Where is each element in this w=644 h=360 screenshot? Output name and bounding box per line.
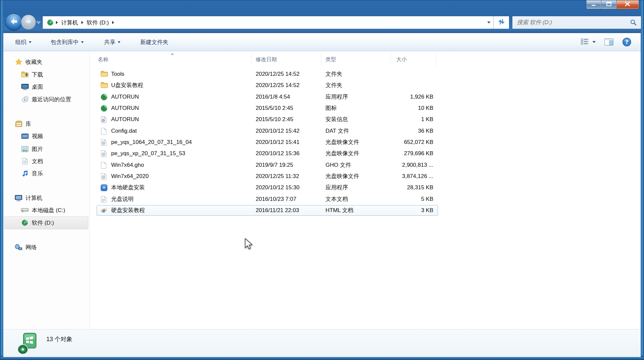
organize-label: 组织 — [15, 38, 26, 46]
file-row[interactable]: Config.dat2020/10/12 15:42DAT 文件36 KB — [89, 125, 641, 137]
file-type: GHO 文件 — [325, 159, 351, 171]
file-date: 2020/12/25 11:32 — [256, 171, 299, 182]
disk-c-icon — [21, 206, 29, 214]
file-type: 应用程序 — [325, 182, 348, 193]
close-button[interactable] — [616, 0, 639, 9]
sidebar-item-network[interactable]: 网络 — [4, 241, 88, 254]
file-row[interactable]: AUTORUN2015/5/10 2:45图标10 KB — [89, 103, 641, 114]
breadcrumb-separator-icon — [112, 21, 114, 24]
item-count-label: 13 个对象 — [46, 330, 72, 349]
file-row[interactable]: e硬盘安装教程2016/11/21 22:03HTML 文档3 KB — [89, 205, 641, 216]
minimize-button[interactable] — [586, 0, 601, 9]
computer-icon — [15, 194, 22, 202]
help-button[interactable]: ? — [622, 37, 631, 47]
column-divider[interactable] — [436, 54, 436, 66]
installer-disc-icon — [17, 332, 38, 356]
organize-button[interactable]: 组织 — [13, 36, 34, 48]
file-name: AUTORUN — [111, 91, 139, 103]
sidebar-item-music[interactable]: 音乐 — [4, 167, 88, 180]
sidebar-item-computer[interactable]: 计算机 — [4, 192, 88, 204]
file-size: 3 KB — [380, 205, 433, 216]
history-dropdown[interactable] — [36, 20, 41, 26]
include-in-library-button[interactable]: 包含到库中 — [48, 36, 86, 48]
column-header-size[interactable]: 大小 — [396, 56, 407, 63]
sidebar-item-videos[interactable]: 视频 — [4, 130, 88, 143]
navigation-pane: 收藏夹下载桌面最近访问的位置库视频图片文档音乐计算机本地磁盘 (C:)软件 (D… — [3, 51, 90, 329]
file-row[interactable]: 本地硬盘安装2020/10/12 15:30应用程序28,315 KB — [89, 182, 641, 193]
sidebar-item-desktop[interactable]: 桌面 — [4, 80, 88, 93]
address-bar[interactable]: 计算机 软件 (D:) — [42, 16, 509, 29]
chevron-down-icon — [487, 22, 491, 23]
file-date: 2020/12/25 14:52 — [256, 68, 299, 80]
forward-button[interactable] — [21, 15, 36, 30]
file-size: 1 KB — [380, 114, 433, 125]
file-size: 279,696 KB — [380, 148, 433, 159]
new-folder-button[interactable]: 新建文件夹 — [138, 36, 171, 48]
refresh-button[interactable] — [493, 16, 509, 29]
share-label: 共享 — [104, 38, 115, 46]
file-type: HTML 文档 — [325, 205, 353, 216]
refresh-icon — [497, 18, 505, 27]
file-date: 2016/11/21 22:03 — [256, 205, 299, 216]
file-type: 文件夹 — [325, 80, 342, 91]
change-view-button[interactable] — [580, 38, 596, 47]
sidebar-item-drive-d[interactable]: 软件 (D:) — [4, 216, 88, 229]
column-header-name[interactable]: 名称 — [98, 56, 108, 63]
search-input[interactable] — [512, 19, 630, 26]
column-header-type[interactable]: 类型 — [325, 56, 336, 63]
new-folder-label: 新建文件夹 — [140, 38, 168, 46]
sidebar-item-label: 本地磁盘 (C:) — [32, 206, 65, 214]
favorites-star-icon — [15, 58, 22, 66]
column-header-date[interactable]: 修改日期 — [256, 56, 277, 63]
file-type: 应用程序 — [325, 91, 348, 103]
libraries-icon — [15, 120, 22, 128]
file-row[interactable]: AUTORUN2015/5/10 2:45安装信息1 KB — [89, 114, 641, 125]
sidebar-item-favorites-star[interactable]: 收藏夹 — [4, 56, 88, 68]
file-row[interactable]: U盘安装教程2020/12/25 14:52文件夹 — [89, 80, 641, 91]
file-row[interactable]: pe_yqs_1064_20_07_31_16_042020/10/12 15:… — [89, 137, 641, 148]
file-date: 2016/1/8 4:54 — [256, 91, 290, 103]
file-size: 652,072 KB — [380, 137, 433, 148]
file-row[interactable]: Tools2020/12/25 14:52文件夹 — [89, 68, 641, 80]
share-button[interactable]: 共享 — [102, 36, 123, 48]
folder-icon — [101, 71, 108, 78]
column-divider[interactable] — [321, 54, 321, 66]
file-row[interactable]: 光盘说明2016/10/23 7:07文本文档5 KB — [89, 194, 641, 205]
drive-d-icon — [47, 19, 54, 26]
column-divider[interactable] — [391, 54, 391, 66]
back-button[interactable] — [5, 14, 22, 30]
sidebar-item-documents[interactable]: 文档 — [4, 155, 88, 168]
file-size: 28,315 KB — [380, 182, 433, 193]
setup-info-icon — [101, 116, 108, 123]
sidebar-item-label: 音乐 — [32, 170, 43, 177]
mouse-cursor — [243, 238, 253, 253]
breadcrumb-item-computer[interactable]: 计算机 — [59, 19, 80, 26]
desktop-icon — [21, 83, 29, 91]
file-row[interactable]: AUTORUN2016/1/8 4:54应用程序1,926 KB — [89, 91, 641, 103]
file-type: 图标 — [325, 103, 337, 114]
file-date: 2015/5/10 2:45 — [256, 103, 293, 114]
main-content: 收藏夹下载桌面最近访问的位置库视频图片文档音乐计算机本地磁盘 (C:)软件 (D… — [3, 51, 641, 329]
window-border-left — [0, 0, 3, 360]
column-divider[interactable] — [251, 54, 251, 66]
sidebar-item-disk-c[interactable]: 本地磁盘 (C:) — [4, 204, 88, 217]
maximize-button[interactable] — [601, 0, 616, 9]
file-row[interactable]: Win7x64.gho2019/9/7 19:25GHO 文件2,900,813… — [89, 159, 641, 171]
file-type: 文件夹 — [325, 68, 342, 80]
address-dropdown-button[interactable] — [485, 16, 493, 29]
preview-pane-button[interactable] — [604, 38, 614, 46]
file-row[interactable]: pe_yqs_xp_20_07_31_15_532020/10/12 15:36… — [89, 148, 641, 159]
file-size: 10 KB — [380, 103, 433, 114]
sidebar-item-pictures[interactable]: 图片 — [4, 143, 88, 156]
file-name: U盘安装教程 — [111, 80, 143, 91]
sidebar-item-recent-places[interactable]: 最近访问的位置 — [4, 93, 88, 106]
file-size: 36 KB — [380, 125, 433, 137]
drive-d-icon — [21, 219, 29, 227]
file-type: 文本文档 — [325, 194, 348, 205]
sidebar-item-downloads-folder[interactable]: 下载 — [4, 68, 88, 81]
sidebar-item-libraries[interactable]: 库 — [4, 117, 88, 130]
file-date: 2016/10/23 7:07 — [256, 194, 296, 205]
breadcrumb-item-drive-d[interactable]: 软件 (D:) — [85, 19, 111, 26]
file-name: pe_yqs_xp_20_07_31_15_53 — [111, 148, 185, 159]
file-row[interactable]: Win7x64_20202020/12/25 11:32光盘映像文件3,874,… — [89, 171, 641, 182]
